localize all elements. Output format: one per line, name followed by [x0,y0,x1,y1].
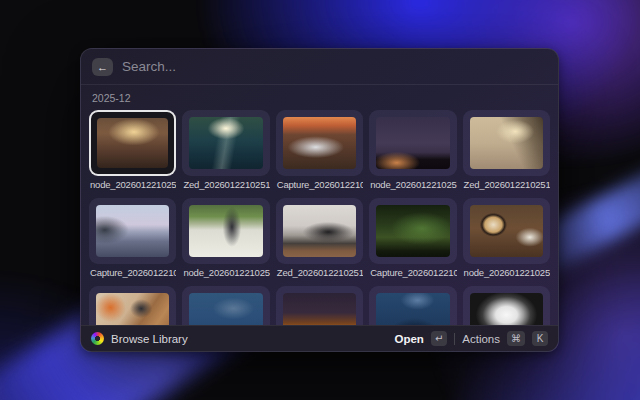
photo-card-turntable[interactable] [276,198,363,264]
footer-actions-group: Open ↵ Actions ⌘ K [395,331,549,346]
photo-card-lake-dusk[interactable] [89,198,176,264]
photo-cell [463,286,550,325]
k-keycap: K [532,331,548,346]
media-browser-window: ← 2025-12 node_202601221025...Zed_202601… [80,48,559,352]
photo-thumbnail-ocean-birds [189,293,262,325]
photo-thumbnail-person-walking [189,205,262,257]
photo-thumbnail-icy-stream-sunset [283,117,356,169]
photo-thumbnail-aurora-night-sky [376,205,449,257]
photo-card-forest-road[interactable] [182,110,269,176]
footer-app-group: Browse Library [91,332,188,345]
photo-card-skyscrapers-bw[interactable] [463,286,550,325]
photo-thumbnail-forest-road [189,117,262,169]
photo-card-coffee-cup[interactable] [463,198,550,264]
photo-filename: node_202601221025... [182,267,269,279]
footer-divider [454,333,455,345]
photo-filename: Zed_2026012210251... [463,179,550,191]
photo-filename: Capture_2026012210... [276,179,363,191]
photo-card-foggy-sunrise[interactable] [463,110,550,176]
browse-library-app-icon [91,332,104,345]
photo-thumbnail-dusk-tree-silhouette [376,117,449,169]
photo-filename: Zed_2026012210251... [276,267,363,279]
photo-grid: node_202601221025...Zed_2026012210251...… [89,110,550,325]
photo-cell: Capture_2026012210... [369,198,456,279]
photo-card-person-walking[interactable] [182,198,269,264]
photo-cell: node_202601221025... [463,198,550,279]
search-header: ← [81,49,558,85]
photo-card-ocean-birds[interactable] [182,286,269,325]
photo-cell: Capture_2026012210... [276,110,363,191]
photo-card-desk-workspace[interactable] [89,286,176,325]
photo-cell: Zed_2026012210251... [463,110,550,191]
photo-filename: Zed_2026012210251... [182,179,269,191]
photo-card-icy-stream-sunset[interactable] [276,110,363,176]
photo-cell [182,286,269,325]
photo-cell [369,286,456,325]
photo-cell: Zed_2026012210251... [276,198,363,279]
enter-keycap: ↵ [431,331,447,346]
footer-bar: Browse Library Open ↵ Actions ⌘ K [81,325,558,351]
photo-filename: node_202601221025... [89,179,176,191]
photo-cell [89,286,176,325]
photo-filename: Capture_2026012210... [369,267,456,279]
photo-thumbnail-lake-dusk [96,205,169,257]
photo-card-desert-dunes-night[interactable] [276,286,363,325]
photo-filename: node_202601221025... [463,267,550,279]
photo-card-aurora-night-sky[interactable] [369,198,456,264]
photo-thumbnail-sunlit-forest [97,118,168,168]
actions-menu-label[interactable]: Actions [462,333,500,345]
photo-card-sunlit-forest[interactable] [89,110,176,176]
photo-card-underwater-blue[interactable] [369,286,456,325]
photo-thumbnail-skyscrapers-bw [470,293,543,325]
photo-filename: node_202601221025... [369,179,456,191]
section-date-label: 2025-12 [92,92,550,104]
command-keycap: ⌘ [507,331,525,346]
back-arrow-icon: ← [97,58,108,76]
photo-filename: Capture_2026012210... [89,267,176,279]
photo-cell [276,286,363,325]
photo-thumbnail-desk-workspace [96,293,169,325]
photo-thumbnail-desert-dunes-night [283,293,356,325]
photo-card-dusk-tree-silhouette[interactable] [369,110,456,176]
photo-thumbnail-turntable [283,205,356,257]
photo-thumbnail-underwater-blue [376,293,449,325]
photo-cell: Zed_2026012210251... [182,110,269,191]
photo-thumbnail-coffee-cup [470,205,543,257]
photo-cell: Capture_2026012210... [89,198,176,279]
photo-thumbnail-foggy-sunrise [470,117,543,169]
photo-library-content: 2025-12 node_202601221025...Zed_20260122… [81,85,558,325]
footer-app-label: Browse Library [111,333,188,345]
open-action-label[interactable]: Open [395,333,424,345]
photo-cell: node_202601221025... [369,110,456,191]
search-input[interactable] [122,59,547,74]
back-button[interactable]: ← [92,58,113,76]
photo-cell: node_202601221025... [89,110,176,191]
photo-cell: node_202601221025... [182,198,269,279]
